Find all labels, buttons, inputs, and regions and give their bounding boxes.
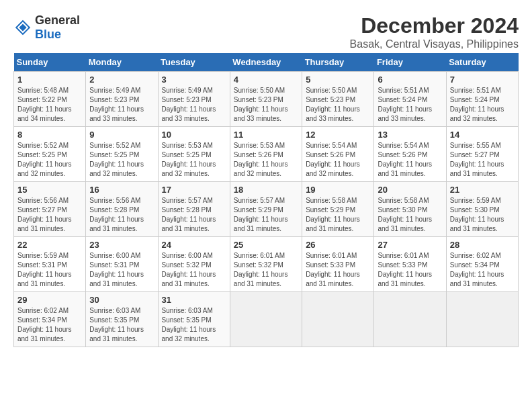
calendar-cell: 11 Sunrise: 5:53 AMSunset: 5:26 PMDaylig… [230, 127, 302, 182]
calendar-cell: 7 Sunrise: 5:51 AMSunset: 5:24 PMDayligh… [446, 72, 518, 127]
calendar-cell [446, 292, 518, 347]
calendar-cell: 8 Sunrise: 5:52 AMSunset: 5:25 PMDayligh… [14, 127, 86, 182]
day-number: 29 [17, 295, 82, 305]
day-info: Sunrise: 5:50 AMSunset: 5:23 PMDaylight:… [306, 87, 360, 122]
day-info: Sunrise: 5:54 AMSunset: 5:26 PMDaylight:… [306, 142, 360, 177]
col-header-thursday: Thursday [302, 53, 374, 72]
calendar-cell: 6 Sunrise: 5:51 AMSunset: 5:24 PMDayligh… [374, 72, 446, 127]
day-number: 14 [450, 130, 515, 140]
calendar-cell: 29 Sunrise: 6:02 AMSunset: 5:34 PMDaylig… [14, 292, 86, 347]
day-number: 31 [162, 295, 226, 305]
logo-blue: Blue [35, 28, 61, 41]
page-header: General Blue December 2024 Basak, Centra… [13, 13, 519, 50]
day-info: Sunrise: 5:59 AMSunset: 5:31 PMDaylight:… [17, 252, 72, 287]
calendar-cell: 13 Sunrise: 5:54 AMSunset: 5:26 PMDaylig… [374, 127, 446, 182]
day-number: 22 [17, 240, 82, 250]
day-number: 26 [306, 240, 370, 250]
day-info: Sunrise: 6:00 AMSunset: 5:32 PMDaylight:… [162, 252, 216, 287]
day-info: Sunrise: 5:56 AMSunset: 5:27 PMDaylight:… [17, 197, 72, 232]
logo-general: General [35, 13, 80, 27]
day-info: Sunrise: 5:55 AMSunset: 5:27 PMDaylight:… [450, 142, 504, 177]
day-number: 16 [89, 185, 154, 195]
calendar-cell: 2 Sunrise: 5:49 AMSunset: 5:23 PMDayligh… [86, 72, 158, 127]
calendar-cell [374, 292, 446, 347]
calendar-cell: 28 Sunrise: 6:02 AMSunset: 5:34 PMDaylig… [446, 237, 518, 292]
calendar-cell: 31 Sunrise: 6:03 AMSunset: 5:35 PMDaylig… [158, 292, 230, 347]
day-number: 13 [378, 130, 442, 140]
day-number: 4 [234, 75, 298, 85]
day-number: 6 [378, 75, 442, 85]
calendar-cell: 26 Sunrise: 6:01 AMSunset: 5:33 PMDaylig… [302, 237, 374, 292]
day-number: 8 [17, 130, 82, 140]
day-info: Sunrise: 5:53 AMSunset: 5:26 PMDaylight:… [234, 142, 288, 177]
calendar-cell: 21 Sunrise: 5:59 AMSunset: 5:30 PMDaylig… [446, 182, 518, 237]
day-info: Sunrise: 5:51 AMSunset: 5:24 PMDaylight:… [378, 87, 432, 122]
day-info: Sunrise: 6:03 AMSunset: 5:35 PMDaylight:… [162, 307, 216, 342]
day-info: Sunrise: 6:02 AMSunset: 5:34 PMDaylight:… [450, 252, 504, 287]
calendar-cell: 22 Sunrise: 5:59 AMSunset: 5:31 PMDaylig… [14, 237, 86, 292]
calendar-cell: 23 Sunrise: 6:00 AMSunset: 5:31 PMDaylig… [86, 237, 158, 292]
day-number: 2 [89, 75, 154, 85]
day-info: Sunrise: 5:54 AMSunset: 5:26 PMDaylight:… [378, 142, 432, 177]
calendar-table: SundayMondayTuesdayWednesdayThursdayFrid… [13, 53, 519, 347]
title-section: December 2024 Basak, Central Visayas, Ph… [350, 13, 519, 50]
day-number: 28 [450, 240, 515, 250]
day-info: Sunrise: 5:58 AMSunset: 5:29 PMDaylight:… [306, 197, 360, 232]
col-header-friday: Friday [374, 53, 446, 72]
calendar-cell: 19 Sunrise: 5:58 AMSunset: 5:29 PMDaylig… [302, 182, 374, 237]
page-title: December 2024 [350, 13, 519, 38]
day-number: 5 [306, 75, 370, 85]
logo-icon [13, 18, 32, 37]
calendar-cell: 25 Sunrise: 6:01 AMSunset: 5:32 PMDaylig… [230, 237, 302, 292]
day-number: 24 [162, 240, 226, 250]
col-header-sunday: Sunday [14, 53, 86, 72]
day-info: Sunrise: 5:52 AMSunset: 5:25 PMDaylight:… [89, 142, 144, 177]
week-row-5: 29 Sunrise: 6:02 AMSunset: 5:34 PMDaylig… [14, 292, 519, 347]
day-info: Sunrise: 6:01 AMSunset: 5:32 PMDaylight:… [234, 252, 288, 287]
day-number: 18 [234, 185, 298, 195]
col-header-saturday: Saturday [446, 53, 518, 72]
day-info: Sunrise: 6:00 AMSunset: 5:31 PMDaylight:… [89, 252, 144, 287]
day-info: Sunrise: 5:50 AMSunset: 5:23 PMDaylight:… [234, 87, 288, 122]
day-number: 10 [162, 130, 226, 140]
week-row-1: 1 Sunrise: 5:48 AMSunset: 5:22 PMDayligh… [14, 72, 519, 127]
week-row-3: 15 Sunrise: 5:56 AMSunset: 5:27 PMDaylig… [14, 182, 519, 237]
day-number: 11 [234, 130, 298, 140]
day-number: 19 [306, 185, 370, 195]
week-row-2: 8 Sunrise: 5:52 AMSunset: 5:25 PMDayligh… [14, 127, 519, 182]
calendar-cell: 17 Sunrise: 5:57 AMSunset: 5:28 PMDaylig… [158, 182, 230, 237]
day-info: Sunrise: 5:49 AMSunset: 5:23 PMDaylight:… [162, 87, 216, 122]
day-number: 1 [17, 75, 82, 85]
day-info: Sunrise: 5:49 AMSunset: 5:23 PMDaylight:… [89, 87, 144, 122]
day-info: Sunrise: 5:57 AMSunset: 5:28 PMDaylight:… [162, 197, 216, 232]
header-row: SundayMondayTuesdayWednesdayThursdayFrid… [14, 53, 519, 72]
day-number: 9 [89, 130, 154, 140]
calendar-cell: 18 Sunrise: 5:57 AMSunset: 5:29 PMDaylig… [230, 182, 302, 237]
day-info: Sunrise: 6:01 AMSunset: 5:33 PMDaylight:… [378, 252, 432, 287]
logo: General Blue [13, 13, 80, 42]
calendar-cell: 9 Sunrise: 5:52 AMSunset: 5:25 PMDayligh… [86, 127, 158, 182]
calendar-cell: 10 Sunrise: 5:53 AMSunset: 5:25 PMDaylig… [158, 127, 230, 182]
calendar-cell: 4 Sunrise: 5:50 AMSunset: 5:23 PMDayligh… [230, 72, 302, 127]
day-info: Sunrise: 5:59 AMSunset: 5:30 PMDaylight:… [450, 197, 504, 232]
day-number: 25 [234, 240, 298, 250]
calendar-cell: 20 Sunrise: 5:58 AMSunset: 5:30 PMDaylig… [374, 182, 446, 237]
calendar-cell: 1 Sunrise: 5:48 AMSunset: 5:22 PMDayligh… [14, 72, 86, 127]
calendar-cell: 14 Sunrise: 5:55 AMSunset: 5:27 PMDaylig… [446, 127, 518, 182]
day-number: 3 [162, 75, 226, 85]
page-subtitle: Basak, Central Visayas, Philippines [350, 38, 519, 50]
day-info: Sunrise: 5:58 AMSunset: 5:30 PMDaylight:… [378, 197, 432, 232]
calendar-cell [230, 292, 302, 347]
calendar-cell [302, 292, 374, 347]
calendar-cell: 5 Sunrise: 5:50 AMSunset: 5:23 PMDayligh… [302, 72, 374, 127]
day-number: 12 [306, 130, 370, 140]
day-number: 7 [450, 75, 515, 85]
day-info: Sunrise: 5:53 AMSunset: 5:25 PMDaylight:… [162, 142, 216, 177]
calendar-cell: 27 Sunrise: 6:01 AMSunset: 5:33 PMDaylig… [374, 237, 446, 292]
day-info: Sunrise: 5:56 AMSunset: 5:28 PMDaylight:… [89, 197, 144, 232]
day-info: Sunrise: 5:52 AMSunset: 5:25 PMDaylight:… [17, 142, 72, 177]
day-info: Sunrise: 6:02 AMSunset: 5:34 PMDaylight:… [17, 307, 72, 342]
calendar-cell: 12 Sunrise: 5:54 AMSunset: 5:26 PMDaylig… [302, 127, 374, 182]
day-number: 27 [378, 240, 442, 250]
day-info: Sunrise: 6:03 AMSunset: 5:35 PMDaylight:… [89, 307, 144, 342]
